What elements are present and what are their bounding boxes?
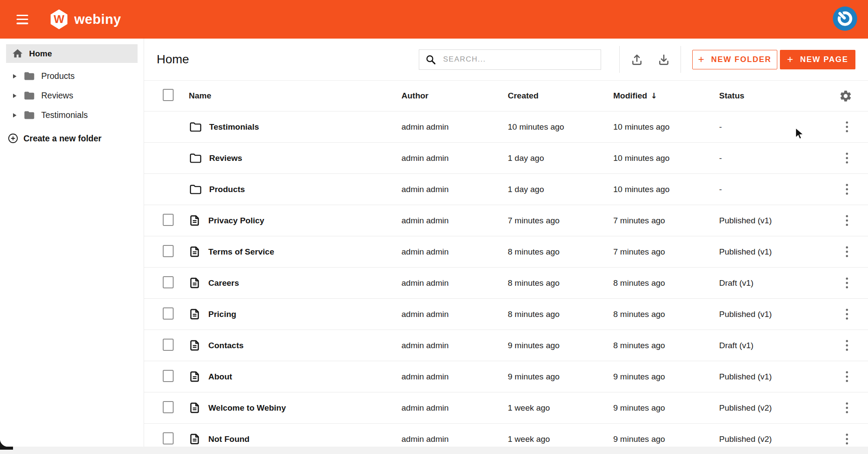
- select-all-checkbox[interactable]: [163, 89, 174, 101]
- webiny-logo[interactable]: W webiny: [50, 10, 121, 29]
- export-button[interactable]: [650, 46, 677, 73]
- row-name[interactable]: Pricing: [208, 310, 236, 319]
- sidebar-item-home[interactable]: Home: [6, 44, 138, 63]
- row-author: admin admin: [401, 341, 508, 350]
- home-icon: [12, 48, 23, 59]
- row-checkbox[interactable]: [163, 339, 174, 351]
- table-row[interactable]: Testimonials admin admin 10 minutes ago …: [144, 111, 868, 142]
- row-modified: 9 minutes ago: [613, 372, 719, 382]
- table-settings-button[interactable]: [839, 89, 852, 103]
- main-content: Home: [144, 39, 868, 447]
- table-row[interactable]: Reviews admin admin 1 day ago 10 minutes…: [144, 142, 868, 173]
- row-name[interactable]: Contacts: [208, 341, 243, 350]
- page-icon: [189, 308, 201, 320]
- row-checkbox[interactable]: [163, 307, 174, 320]
- kebab-menu-icon[interactable]: [842, 400, 853, 416]
- row-status: Published (v2): [719, 434, 824, 444]
- row-checkbox[interactable]: [163, 401, 174, 413]
- row-name[interactable]: Reviews: [209, 154, 242, 163]
- column-header-modified[interactable]: Modified↓: [613, 91, 719, 101]
- plus-icon: +: [787, 53, 794, 65]
- row-name[interactable]: Terms of Service: [208, 247, 274, 257]
- row-checkbox[interactable]: [163, 214, 174, 226]
- table-row[interactable]: Privacy Policy admin admin 7 minutes ago…: [144, 205, 868, 236]
- sidebar-folder-item[interactable]: Testimonials: [0, 105, 144, 125]
- sidebar-folder-item[interactable]: Products: [0, 66, 144, 86]
- folder-tree: Products Reviews Testimonials: [0, 66, 144, 125]
- row-checkbox[interactable]: [163, 245, 174, 257]
- sidebar-folder-item[interactable]: Reviews: [0, 86, 144, 105]
- row-name[interactable]: Careers: [208, 278, 239, 288]
- kebab-menu-icon[interactable]: [842, 150, 853, 167]
- table-row[interactable]: Welcome to Webiny admin admin 1 week ago…: [144, 392, 868, 423]
- row-author: admin admin: [401, 403, 508, 413]
- create-folder-button[interactable]: Create a new folder: [0, 133, 144, 144]
- chevron-right-icon[interactable]: [13, 113, 16, 118]
- row-checkbox[interactable]: [163, 370, 174, 382]
- search-box: [419, 49, 601, 70]
- table-row[interactable]: Careers admin admin 8 minutes ago 8 minu…: [144, 267, 868, 298]
- row-created: 10 minutes ago: [508, 122, 613, 132]
- row-status: Draft (v1): [719, 341, 824, 350]
- new-folder-button[interactable]: + NEW FOLDER: [692, 50, 777, 69]
- table-row[interactable]: About admin admin 9 minutes ago 9 minute…: [144, 361, 868, 392]
- row-status: Published (v2): [719, 403, 824, 413]
- table-row[interactable]: Products admin admin 1 day ago 10 minute…: [144, 173, 868, 205]
- chevron-right-icon[interactable]: [13, 94, 16, 98]
- folder-icon: [189, 183, 201, 196]
- row-created: 9 minutes ago: [508, 372, 613, 382]
- table-body: Testimonials admin admin 10 minutes ago …: [144, 111, 868, 447]
- gear-icon: [839, 89, 852, 103]
- kebab-menu-icon[interactable]: [842, 306, 853, 323]
- row-name[interactable]: Welcome to Webiny: [208, 403, 286, 413]
- search-icon: [425, 54, 436, 65]
- kebab-menu-icon[interactable]: [842, 119, 853, 135]
- row-author: admin admin: [401, 216, 508, 225]
- row-modified: 7 minutes ago: [613, 247, 719, 257]
- chevron-right-icon[interactable]: [13, 74, 16, 78]
- column-header-status[interactable]: Status: [719, 91, 824, 101]
- row-name[interactable]: Privacy Policy: [208, 216, 264, 225]
- kebab-menu-icon[interactable]: [842, 212, 853, 229]
- menu-icon[interactable]: [16, 15, 28, 24]
- row-created: 8 minutes ago: [508, 247, 613, 257]
- kebab-menu-icon[interactable]: [842, 181, 853, 198]
- row-checkbox[interactable]: [163, 432, 174, 444]
- kebab-menu-icon[interactable]: [842, 369, 853, 385]
- row-modified: 10 minutes ago: [613, 154, 719, 163]
- kebab-menu-icon[interactable]: [842, 275, 853, 291]
- folder-icon: [189, 152, 201, 164]
- column-header-created[interactable]: Created: [508, 91, 613, 101]
- table-row[interactable]: Contacts admin admin 9 minutes ago 8 min…: [144, 330, 868, 361]
- new-page-button[interactable]: + NEW PAGE: [780, 50, 855, 69]
- row-author: admin admin: [401, 434, 508, 444]
- row-name[interactable]: Testimonials: [209, 122, 259, 132]
- table-row[interactable]: Pricing admin admin 8 minutes ago 8 minu…: [144, 298, 868, 330]
- header-divider: [681, 46, 681, 73]
- row-created: 7 minutes ago: [508, 216, 613, 225]
- row-status: Draft (v1): [719, 278, 824, 288]
- column-header-author[interactable]: Author: [401, 91, 508, 101]
- kebab-menu-icon[interactable]: [842, 244, 853, 260]
- import-button[interactable]: [623, 46, 650, 73]
- row-name[interactable]: About: [208, 372, 232, 382]
- search-input[interactable]: [443, 55, 595, 64]
- row-checkbox[interactable]: [163, 276, 174, 288]
- column-header-name[interactable]: Name: [189, 91, 401, 101]
- user-avatar[interactable]: [833, 7, 857, 31]
- kebab-menu-icon[interactable]: [842, 431, 853, 447]
- row-created: 1 day ago: [508, 185, 613, 194]
- row-name[interactable]: Products: [209, 185, 245, 194]
- page-title: Home: [157, 52, 189, 66]
- table-row[interactable]: Terms of Service admin admin 8 minutes a…: [144, 236, 868, 267]
- row-name[interactable]: Not Found: [208, 434, 250, 444]
- page-icon: [189, 433, 201, 445]
- gravatar-power-icon: [835, 9, 855, 29]
- table-row[interactable]: Not Found admin admin 1 week ago 9 minut…: [144, 423, 868, 447]
- folder-filled-icon: [23, 90, 35, 101]
- row-modified: 9 minutes ago: [613, 403, 719, 413]
- kebab-menu-icon[interactable]: [842, 337, 853, 354]
- row-status: Published (v1): [719, 372, 824, 382]
- row-author: admin admin: [401, 247, 508, 257]
- folder-filled-icon: [23, 109, 35, 121]
